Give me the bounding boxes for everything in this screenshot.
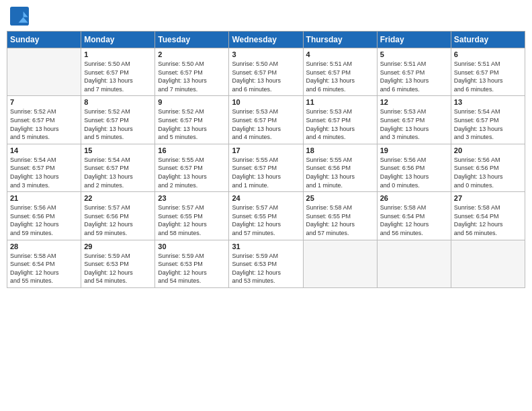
calendar-week-row: 7Sunrise: 5:52 AM Sunset: 6:57 PM Daylig… <box>7 96 525 144</box>
calendar-header-row: SundayMondayTuesdayWednesdayThursdayFrid… <box>7 32 525 48</box>
day-info: Sunrise: 5:54 AM Sunset: 6:57 PM Dayligh… <box>10 156 78 189</box>
day-header-wednesday: Wednesday <box>229 32 303 48</box>
day-number: 22 <box>84 194 152 202</box>
day-number: 6 <box>454 50 522 58</box>
day-info: Sunrise: 5:58 AM Sunset: 6:54 PM Dayligh… <box>454 203 522 237</box>
day-number: 21 <box>10 194 78 202</box>
day-info: Sunrise: 5:54 AM Sunset: 6:57 PM Dayligh… <box>454 107 522 141</box>
day-info: Sunrise: 5:56 AM Sunset: 6:56 PM Dayligh… <box>454 156 522 189</box>
calendar-cell <box>7 48 81 96</box>
day-info: Sunrise: 5:57 AM Sunset: 6:55 PM Dayligh… <box>158 203 226 237</box>
day-number: 28 <box>10 242 78 250</box>
calendar-week-row: 14Sunrise: 5:54 AM Sunset: 6:57 PM Dayli… <box>7 144 525 191</box>
calendar-cell: 12Sunrise: 5:53 AM Sunset: 6:57 PM Dayli… <box>377 96 451 144</box>
day-number: 8 <box>84 98 152 106</box>
calendar-cell: 19Sunrise: 5:56 AM Sunset: 6:56 PM Dayli… <box>377 144 451 191</box>
day-number: 2 <box>158 50 226 58</box>
day-info: Sunrise: 5:56 AM Sunset: 6:56 PM Dayligh… <box>10 203 78 237</box>
day-info: Sunrise: 5:52 AM Sunset: 6:57 PM Dayligh… <box>158 107 226 141</box>
day-number: 19 <box>380 146 448 154</box>
day-number: 12 <box>380 98 448 106</box>
day-info: Sunrise: 5:51 AM Sunset: 6:57 PM Dayligh… <box>380 60 448 93</box>
calendar-cell: 18Sunrise: 5:55 AM Sunset: 6:56 PM Dayli… <box>303 144 377 191</box>
day-info: Sunrise: 5:50 AM Sunset: 6:57 PM Dayligh… <box>232 60 300 93</box>
calendar-cell: 4Sunrise: 5:51 AM Sunset: 6:57 PM Daylig… <box>303 48 377 96</box>
day-number: 23 <box>158 194 226 202</box>
day-header-tuesday: Tuesday <box>155 32 229 48</box>
calendar-cell: 21Sunrise: 5:56 AM Sunset: 6:56 PM Dayli… <box>7 192 81 240</box>
calendar-cell: 14Sunrise: 5:54 AM Sunset: 6:57 PM Dayli… <box>7 144 81 191</box>
day-info: Sunrise: 5:52 AM Sunset: 6:57 PM Dayligh… <box>10 107 78 141</box>
day-info: Sunrise: 5:52 AM Sunset: 6:57 PM Dayligh… <box>84 107 152 141</box>
day-info: Sunrise: 5:55 AM Sunset: 6:57 PM Dayligh… <box>232 156 300 189</box>
day-info: Sunrise: 5:58 AM Sunset: 6:54 PM Dayligh… <box>380 203 448 237</box>
day-info: Sunrise: 5:59 AM Sunset: 6:53 PM Dayligh… <box>232 252 300 285</box>
calendar-cell: 2Sunrise: 5:50 AM Sunset: 6:57 PM Daylig… <box>155 48 229 96</box>
day-info: Sunrise: 5:55 AM Sunset: 6:57 PM Dayligh… <box>158 156 226 189</box>
calendar-cell: 29Sunrise: 5:59 AM Sunset: 6:53 PM Dayli… <box>81 240 155 287</box>
calendar-cell: 8Sunrise: 5:52 AM Sunset: 6:57 PM Daylig… <box>81 96 155 144</box>
calendar-cell: 24Sunrise: 5:57 AM Sunset: 6:55 PM Dayli… <box>229 192 303 240</box>
day-number: 1 <box>84 50 152 58</box>
calendar-cell: 10Sunrise: 5:53 AM Sunset: 6:57 PM Dayli… <box>229 96 303 144</box>
calendar-cell: 7Sunrise: 5:52 AM Sunset: 6:57 PM Daylig… <box>7 96 81 144</box>
calendar-cell: 1Sunrise: 5:50 AM Sunset: 6:57 PM Daylig… <box>81 48 155 96</box>
day-info: Sunrise: 5:53 AM Sunset: 6:57 PM Dayligh… <box>306 107 374 141</box>
day-number: 5 <box>380 50 448 58</box>
day-number: 10 <box>232 98 300 106</box>
day-info: Sunrise: 5:50 AM Sunset: 6:57 PM Dayligh… <box>84 60 152 93</box>
calendar-cell: 23Sunrise: 5:57 AM Sunset: 6:55 PM Dayli… <box>155 192 229 240</box>
day-number: 27 <box>454 194 522 202</box>
day-info: Sunrise: 5:50 AM Sunset: 6:57 PM Dayligh… <box>158 60 226 93</box>
page-header <box>7 7 525 26</box>
calendar-cell: 11Sunrise: 5:53 AM Sunset: 6:57 PM Dayli… <box>303 96 377 144</box>
day-info: Sunrise: 5:58 AM Sunset: 6:55 PM Dayligh… <box>306 203 374 237</box>
day-info: Sunrise: 5:51 AM Sunset: 6:57 PM Dayligh… <box>454 60 522 93</box>
day-number: 11 <box>306 98 374 106</box>
calendar-cell: 9Sunrise: 5:52 AM Sunset: 6:57 PM Daylig… <box>155 96 229 144</box>
day-info: Sunrise: 5:55 AM Sunset: 6:56 PM Dayligh… <box>306 156 374 189</box>
day-info: Sunrise: 5:56 AM Sunset: 6:56 PM Dayligh… <box>380 156 448 189</box>
day-number: 4 <box>306 50 374 58</box>
day-number: 31 <box>232 242 300 250</box>
calendar-cell: 20Sunrise: 5:56 AM Sunset: 6:56 PM Dayli… <box>451 144 525 191</box>
day-number: 26 <box>380 194 448 202</box>
calendar-cell: 13Sunrise: 5:54 AM Sunset: 6:57 PM Dayli… <box>451 96 525 144</box>
logo <box>10 7 32 26</box>
day-info: Sunrise: 5:54 AM Sunset: 6:57 PM Dayligh… <box>84 156 152 189</box>
day-header-friday: Friday <box>377 32 451 48</box>
day-header-saturday: Saturday <box>451 32 525 48</box>
day-number: 25 <box>306 194 374 202</box>
calendar-cell <box>303 240 377 287</box>
day-number: 3 <box>232 50 300 58</box>
day-number: 17 <box>232 146 300 154</box>
day-header-thursday: Thursday <box>303 32 377 48</box>
calendar-cell <box>377 240 451 287</box>
day-number: 16 <box>158 146 226 154</box>
day-number: 15 <box>84 146 152 154</box>
day-number: 30 <box>158 242 226 250</box>
calendar-week-row: 28Sunrise: 5:58 AM Sunset: 6:54 PM Dayli… <box>7 240 525 287</box>
calendar-cell: 31Sunrise: 5:59 AM Sunset: 6:53 PM Dayli… <box>229 240 303 287</box>
calendar: SundayMondayTuesdayWednesdayThursdayFrid… <box>7 31 525 288</box>
day-info: Sunrise: 5:57 AM Sunset: 6:56 PM Dayligh… <box>84 203 152 237</box>
calendar-cell: 3Sunrise: 5:50 AM Sunset: 6:57 PM Daylig… <box>229 48 303 96</box>
logo-icon <box>10 7 29 26</box>
day-number: 18 <box>306 146 374 154</box>
calendar-cell: 26Sunrise: 5:58 AM Sunset: 6:54 PM Dayli… <box>377 192 451 240</box>
calendar-cell: 22Sunrise: 5:57 AM Sunset: 6:56 PM Dayli… <box>81 192 155 240</box>
day-info: Sunrise: 5:53 AM Sunset: 6:57 PM Dayligh… <box>232 107 300 141</box>
day-info: Sunrise: 5:57 AM Sunset: 6:55 PM Dayligh… <box>232 203 300 237</box>
calendar-week-row: 21Sunrise: 5:56 AM Sunset: 6:56 PM Dayli… <box>7 192 525 240</box>
day-number: 29 <box>84 242 152 250</box>
day-info: Sunrise: 5:59 AM Sunset: 6:53 PM Dayligh… <box>84 252 152 285</box>
day-number: 7 <box>10 98 78 106</box>
calendar-cell: 17Sunrise: 5:55 AM Sunset: 6:57 PM Dayli… <box>229 144 303 191</box>
calendar-cell: 16Sunrise: 5:55 AM Sunset: 6:57 PM Dayli… <box>155 144 229 191</box>
day-info: Sunrise: 5:59 AM Sunset: 6:53 PM Dayligh… <box>158 252 226 285</box>
day-number: 14 <box>10 146 78 154</box>
calendar-cell: 27Sunrise: 5:58 AM Sunset: 6:54 PM Dayli… <box>451 192 525 240</box>
calendar-cell: 15Sunrise: 5:54 AM Sunset: 6:57 PM Dayli… <box>81 144 155 191</box>
calendar-cell: 5Sunrise: 5:51 AM Sunset: 6:57 PM Daylig… <box>377 48 451 96</box>
calendar-week-row: 1Sunrise: 5:50 AM Sunset: 6:57 PM Daylig… <box>7 48 525 96</box>
